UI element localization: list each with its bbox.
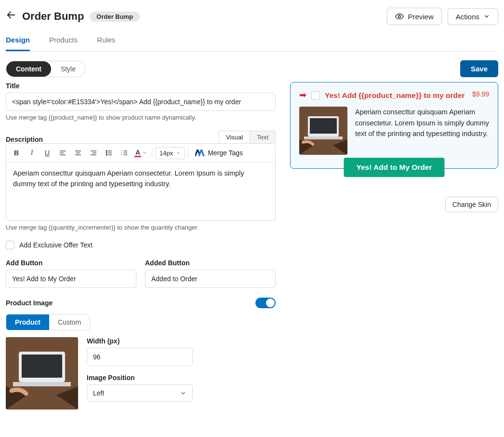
style-toggle-button[interactable]: Style (51, 61, 85, 77)
exclusive-offer-checkbox[interactable] (6, 241, 14, 249)
font-size-value: 14px (159, 150, 173, 157)
button-labels-section: Add Button Added Button (6, 259, 276, 288)
text-color-button[interactable]: A (133, 146, 149, 160)
svg-point-13 (106, 152, 107, 153)
preview-add-button[interactable]: Yes! Add to My Order (344, 158, 444, 177)
preview-description: Aperiam consecttur quisquam Aperiam cons… (355, 107, 489, 155)
merge-tags-label: Merge Tags (208, 149, 243, 157)
image-position-select[interactable]: Left (87, 384, 193, 402)
back-arrow-icon[interactable] (6, 10, 16, 23)
product-image-thumbnail[interactable] (6, 337, 78, 410)
added-button-label: Added Button (145, 259, 276, 267)
content-toggle-button[interactable]: Content (6, 61, 51, 77)
save-button[interactable]: Save (460, 60, 498, 77)
description-section: Description Visual Text B I U (6, 131, 276, 231)
description-editor[interactable]: Aperiam consecttur quisquam Aperiam cons… (6, 163, 275, 220)
svg-rect-29 (310, 118, 337, 134)
product-image-section: Product Image Product Custom (6, 298, 276, 410)
description-help: Use merge tag {{quantity_incrementer}} t… (6, 224, 276, 231)
page-header: Order Bump Order Bump Preview Actions (6, 6, 498, 31)
bump-preview-card: ➡ Yes! Add {{product_name}} to my order … (290, 82, 498, 169)
exclusive-offer-label: Add Exclusive Offer Text (19, 241, 93, 249)
toggle-knob-icon (266, 299, 275, 307)
preview-checkbox[interactable] (311, 91, 320, 100)
editor-toolbar: B I U 123 (6, 144, 275, 163)
image-position-label: Image Position (87, 374, 276, 382)
description-label: Description (6, 136, 43, 143)
chevron-down-icon (483, 13, 490, 20)
chevron-down-icon (180, 390, 186, 396)
svg-point-1 (398, 15, 401, 18)
eye-icon (395, 12, 404, 21)
svg-rect-30 (304, 137, 343, 139)
editor-tab-visual[interactable]: Visual (219, 131, 250, 143)
preview-price: $9.99 (472, 90, 489, 98)
svg-text:3: 3 (121, 153, 122, 156)
pointer-arrow-icon: ➡ (299, 90, 306, 101)
image-source-product-button[interactable]: Product (6, 314, 49, 330)
exclusive-offer-checkbox-row[interactable]: Add Exclusive Offer Text (6, 241, 276, 249)
main-tabs: Design Products Rules (6, 31, 498, 52)
product-image-toggle[interactable] (255, 298, 276, 308)
add-button-label: Add Button (6, 259, 136, 267)
bold-button[interactable]: B (9, 146, 24, 160)
italic-button[interactable]: I (25, 146, 39, 160)
svg-point-15 (106, 154, 107, 155)
toolbar-divider (152, 148, 152, 158)
align-right-button[interactable] (86, 146, 101, 160)
align-center-button[interactable] (71, 146, 85, 160)
actions-button-label: Actions (456, 13, 479, 21)
added-button-input[interactable] (145, 270, 276, 288)
numbered-list-button[interactable]: 123 (117, 146, 132, 160)
add-button-input[interactable] (6, 270, 136, 288)
width-label: Width (px) (87, 337, 276, 345)
tab-design[interactable]: Design (6, 31, 30, 51)
tab-products[interactable]: Products (49, 31, 78, 51)
font-size-select[interactable]: 14px (155, 147, 185, 159)
image-source-custom-button[interactable]: Custom (49, 314, 90, 330)
change-skin-button[interactable]: Change Skin (445, 197, 498, 212)
title-label: Title (6, 82, 276, 90)
preview-button[interactable]: Preview (387, 8, 441, 25)
product-image-label: Product Image (6, 299, 53, 307)
align-left-button[interactable] (55, 146, 70, 160)
svg-rect-26 (13, 382, 71, 386)
image-position-value: Left (93, 389, 104, 397)
title-section: Title Use merge tag {{product_name}} to … (6, 82, 276, 121)
content-style-toggle: Content Style (6, 61, 86, 77)
title-help: Use merge tag {{product_name}} to show p… (6, 114, 276, 121)
title-input[interactable] (6, 93, 276, 111)
editor-tab-text[interactable]: Text (250, 131, 276, 143)
toolbar-divider (188, 148, 188, 158)
preview-product-thumbnail (299, 107, 347, 155)
merge-tags-button[interactable]: Merge Tags (191, 147, 247, 159)
editor-mode-tabs: Visual Text (219, 131, 276, 143)
tab-rules[interactable]: Rules (97, 31, 115, 51)
svg-point-11 (106, 150, 107, 151)
page-title: Order Bump (22, 10, 84, 23)
preview-title: Yes! Add {{product_name}} to my order (325, 90, 467, 101)
image-source-toggle: Product Custom (6, 314, 90, 330)
type-badge: Order Bump (90, 12, 140, 22)
sub-row: Content Style Save (6, 60, 498, 77)
actions-button[interactable]: Actions (448, 8, 498, 25)
svg-rect-25 (22, 355, 62, 378)
width-input[interactable] (87, 348, 193, 366)
underline-button[interactable]: U (40, 146, 54, 160)
preview-button-label: Preview (408, 13, 433, 21)
merge-tags-logo-icon (195, 150, 205, 156)
bullet-list-button[interactable] (102, 146, 116, 160)
exclusive-offer-section: Add Exclusive Offer Text (6, 241, 276, 249)
